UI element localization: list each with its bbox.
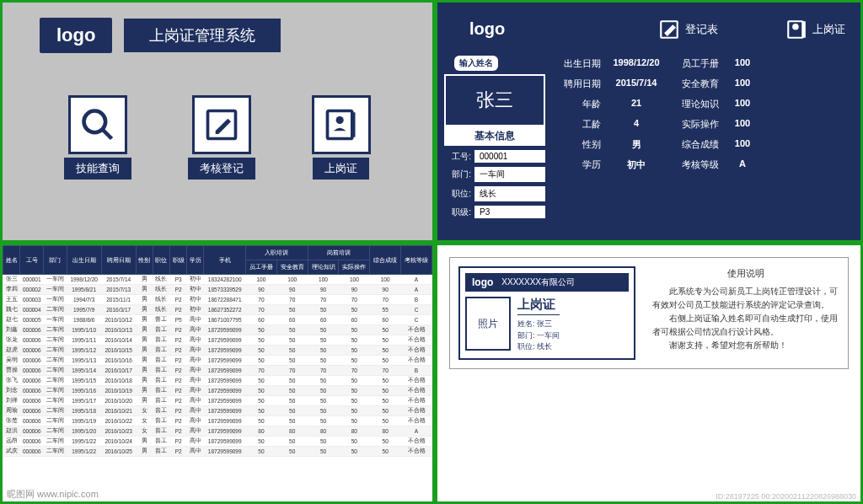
emp-no-field[interactable]: 000001: [474, 150, 545, 163]
table-row[interactable]: 李四000002一车间1995/8/212015/7/13男线长P2初中1857…: [3, 285, 432, 295]
instructions: 使用说明 此系统专为公司新员工上岗转正管理设计，可有效对公司员工技能进行系统的评…: [652, 266, 839, 352]
tab-register[interactable]: 登记表: [658, 19, 718, 40]
skill-query-button[interactable]: 技能查询: [64, 95, 131, 180]
watermark: 昵图网 www.nipic.com: [7, 488, 99, 501]
info-grid: 出生日期1998/12/20 员工手册100 聘用日期2015/7/14 安全教…: [555, 57, 849, 171]
basic-info-label: 基本信息: [444, 126, 545, 146]
table-row[interactable]: 赵洪000006二车间1995/1/202016/10/23女普工P2高中187…: [3, 426, 432, 437]
pos-field[interactable]: 线长: [474, 186, 545, 201]
table-row[interactable]: 张楚000006二车间1995/1/192016/10/22女普工P2高中187…: [3, 416, 432, 426]
table-row[interactable]: 魏七000004二车间1995/7/92016/3/17男线长P2初中18627…: [3, 305, 432, 315]
table-row[interactable]: 周瑜000006二车间1995/1/182016/10/21女普工P2高中187…: [3, 406, 432, 416]
id-card: logoXXXXXXX有限公司 照片 上岗证 姓名: 张三 部门: 一车间 职位…: [458, 266, 635, 360]
tab-cert[interactable]: 上岗证: [785, 19, 845, 40]
id-card-icon: [323, 106, 360, 143]
system-title: 上岗证管理系统: [124, 19, 281, 52]
main-menu-panel: logo 上岗证管理系统 技能查询 考核登记 上岗证: [0, 0, 435, 243]
name-input[interactable]: 张三: [444, 74, 545, 126]
table-row[interactable]: 刘鑫000006二车间1995/1/102016/10/13男普工P2高中187…: [3, 325, 432, 335]
employee-table: 姓名工号部门出生日期聘用日期性别职位职级学历手机入职培训岗前培训综合成绩考核等级…: [3, 245, 432, 457]
logo: logo: [453, 13, 522, 46]
id-card-icon: [785, 19, 807, 40]
table-row[interactable]: 吴明000006二车间1995/1/132016/10/16男普工P2高中187…: [3, 356, 432, 366]
table-row[interactable]: 远昂000006二车间1995/1/222016/10/24男普工P2高中187…: [3, 437, 432, 447]
detail-panel: logo 登记表 上岗证 输入姓名 张三 基本信息 工号:000001 部门:一…: [435, 0, 863, 243]
table-row[interactable]: 刘念000006二车间1995/1/162016/10/19男普工P2高中187…: [3, 386, 432, 396]
svg-point-0: [84, 111, 106, 133]
table-row[interactable]: 武庆000006二车间1995/1/222016/10/25男普工P2高中187…: [3, 447, 432, 457]
watermark-id: ID:28197225 00:20200211220826988030: [716, 492, 856, 501]
pencil-icon: [658, 19, 680, 40]
svg-rect-5: [351, 112, 355, 137]
table-row[interactable]: 张三000001一车间1998/12/202015/7/14男线长P3初中183…: [3, 275, 432, 285]
table-row[interactable]: 赵七000005一车间1988/8/62016/10/12男督工P5高中1867…: [3, 315, 432, 325]
svg-rect-3: [327, 111, 351, 139]
svg-point-8: [793, 24, 797, 29]
svg-rect-9: [803, 22, 805, 36]
data-table-panel: 姓名工号部门出生日期聘用日期性别职位职级学历手机入职培训岗前培训综合成绩考核等级…: [0, 243, 435, 504]
assess-register-button[interactable]: 考核登记: [188, 95, 255, 180]
table-row[interactable]: 赵虎000006二车间1995/1/122016/10/15男普工P2高中187…: [3, 346, 432, 356]
table-row[interactable]: 张飞000006二车间1995/1/152016/10/18男普工P2高中187…: [3, 376, 432, 386]
photo-placeholder: 照片: [465, 297, 511, 351]
table-row[interactable]: 刘禅000006二车间1995/1/172016/10/20男普工P2高中187…: [3, 396, 432, 406]
magnifier-icon: [79, 106, 116, 143]
table-row[interactable]: 曹操000006二车间1995/1/142016/10/17男普工P2高中187…: [3, 366, 432, 376]
card-instructions-panel: logoXXXXXXX有限公司 照片 上岗证 姓名: 张三 部门: 一车间 职位…: [435, 243, 863, 504]
svg-line-1: [103, 130, 112, 139]
logo: logo: [40, 18, 112, 53]
table-row[interactable]: 王五000003一车间1994/7/32015/11/1男线长P2初中18672…: [3, 295, 432, 305]
table-row[interactable]: 张龙000006二车间1995/1/112016/10/14男普工P2高中187…: [3, 335, 432, 346]
pencil-icon: [203, 106, 240, 143]
input-name-label: 输入姓名: [454, 56, 498, 71]
dept-field[interactable]: 一车间: [474, 167, 545, 182]
grade-field[interactable]: P3: [474, 206, 545, 218]
svg-point-4: [335, 116, 343, 124]
cert-button[interactable]: 上岗证: [312, 95, 371, 180]
